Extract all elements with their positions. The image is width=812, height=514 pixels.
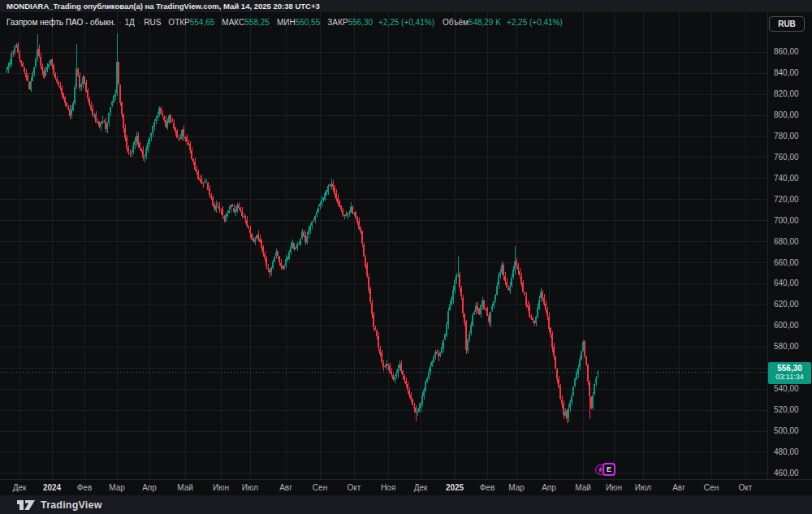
time-tick-label: Авг xyxy=(672,483,685,492)
symbol-timeframe[interactable]: 1Д xyxy=(125,18,135,27)
volume-change-value: +2,25 (+0,41%) xyxy=(507,18,563,27)
earnings-marker[interactable]: E xyxy=(595,463,616,477)
candlestick-plot[interactable] xyxy=(0,12,767,479)
tradingview-logo xyxy=(17,499,35,511)
time-tick-label: Апр xyxy=(542,483,556,492)
volume-value: 548,29 K xyxy=(469,18,501,27)
price-tick-label: 840,00 xyxy=(774,68,799,77)
time-tick-label: Дек xyxy=(414,483,428,492)
time-tick-label: Июл xyxy=(242,483,258,492)
price-tick-label: 820,00 xyxy=(774,89,799,98)
legend-separator: · xyxy=(119,18,121,27)
price-tick-label: 480,00 xyxy=(774,447,799,456)
close-value: 556,30 xyxy=(348,18,373,27)
symbol-legend: Газпром нефть ПАО - обыкн. · 1Д · RUS ОТ… xyxy=(6,16,563,28)
price-axis[interactable]: 460,00480,00500,00520,00540,00560,00580,… xyxy=(767,12,812,479)
price-tick-label: 500,00 xyxy=(774,426,799,435)
time-tick-label: Апр xyxy=(142,483,157,492)
open-label: ОТКР xyxy=(168,18,189,27)
price-tick-label: 800,00 xyxy=(774,110,799,119)
time-tick-label: Дек xyxy=(13,483,27,492)
price-tick-label: 520,00 xyxy=(774,405,799,414)
legend-separator: · xyxy=(138,18,140,27)
price-tick-label: 680,00 xyxy=(774,237,799,246)
price-tick-label: 640,00 xyxy=(774,279,799,287)
high-label: МАКС xyxy=(222,18,244,27)
price-tick-label: 780,00 xyxy=(774,132,799,140)
price-tick-label: 720,00 xyxy=(774,195,799,204)
tradingview-published-chart: MONDIARA_Trading опубликовал(а) на Tradi… xyxy=(0,0,812,514)
high-value: 558,25 xyxy=(244,18,270,27)
price-tick-label: 740,00 xyxy=(774,174,799,183)
chart-area[interactable]: Газпром нефть ПАО - обыкн. · 1Д · RUS ОТ… xyxy=(0,12,812,495)
time-tick-label: Май xyxy=(575,483,591,492)
time-tick-label: Авг xyxy=(279,483,292,492)
time-tick-label: Сен xyxy=(704,483,719,492)
price-tick-label: 860,00 xyxy=(774,47,799,56)
earnings-letter: E xyxy=(603,463,615,476)
price-tick-label: 540,00 xyxy=(774,384,799,393)
time-tick-label: Сен xyxy=(313,483,327,492)
open-value: 554,65 xyxy=(190,18,215,27)
time-tick-label: Мар xyxy=(109,483,125,492)
time-tick-label: Окт xyxy=(348,483,361,492)
low-label: МИН xyxy=(277,18,296,27)
price-tick-label: 460,00 xyxy=(774,469,799,477)
time-axis[interactable]: Дек2024ФевМарАпрМайИюнИюлАвгСенОктНояДек… xyxy=(0,479,812,495)
footer-brand-text: TradingView xyxy=(41,499,102,511)
time-tick-label: Фев xyxy=(77,483,92,492)
symbol-exchange: RUS xyxy=(144,18,161,27)
price-tick-label: 600,00 xyxy=(774,321,799,330)
volume-label: Объём xyxy=(443,18,469,27)
attribution-text: MONDIARA_Trading опубликовал(а) на Tradi… xyxy=(6,2,320,11)
time-tick-label: 2024 xyxy=(43,483,61,492)
time-tick-label: Июл xyxy=(635,483,651,492)
price-tick-label: 660,00 xyxy=(774,258,799,267)
time-tick-label: 2025 xyxy=(446,483,464,492)
price-tick-label: 580,00 xyxy=(774,342,799,351)
symbol-title[interactable]: Газпром нефть ПАО - обыкн. xyxy=(6,18,115,27)
time-tick-label: Мар xyxy=(508,483,525,492)
time-tick-label: Фев xyxy=(480,483,495,492)
last-price-value: 556,30 xyxy=(768,364,811,373)
time-tick-label: Ноя xyxy=(381,483,395,492)
low-value: 550,55 xyxy=(296,18,321,27)
last-price-label: 556,30 03:11:34 xyxy=(768,362,811,384)
time-tick-label: Июн xyxy=(606,483,622,492)
time-tick-label: Май xyxy=(177,483,193,492)
change-value: +2,25 (+0,41%) xyxy=(378,18,434,27)
currency-button[interactable]: RUB xyxy=(769,16,805,32)
attribution-bar: MONDIARA_Trading опубликовал(а) на Tradi… xyxy=(0,0,812,12)
time-tick-label: Июн xyxy=(213,483,229,492)
price-tick-label: 620,00 xyxy=(774,300,799,309)
price-tick-label: 700,00 xyxy=(774,216,799,225)
time-tick-label: Окт xyxy=(739,483,753,492)
price-tick-label: 760,00 xyxy=(774,153,799,162)
footer-bar[interactable]: TradingView xyxy=(0,495,812,514)
close-label: ЗАКР xyxy=(327,18,348,27)
bar-countdown: 03:11:34 xyxy=(768,373,811,382)
